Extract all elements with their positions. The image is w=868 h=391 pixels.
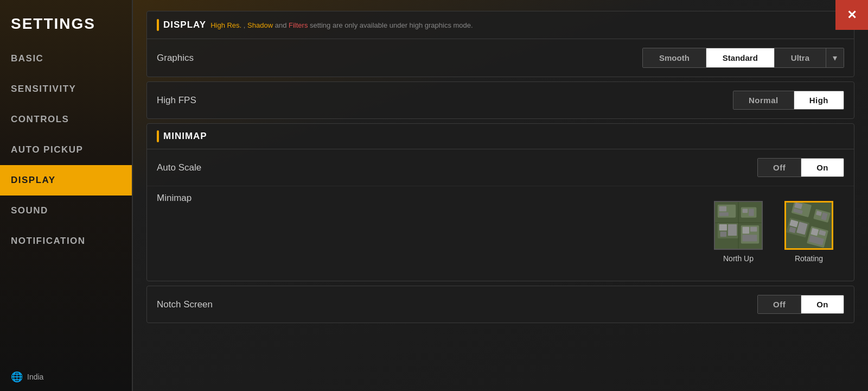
close-icon: ✕ xyxy=(847,8,857,22)
high-fps-normal-btn[interactable]: Normal xyxy=(733,91,794,109)
high-fps-row: High FPS Normal High xyxy=(147,82,854,118)
notch-screen-row: Notch Screen Off On xyxy=(147,286,854,323)
rotating-svg xyxy=(786,203,832,248)
auto-scale-on-btn[interactable]: On xyxy=(801,159,844,176)
close-button[interactable]: ✕ xyxy=(835,0,868,30)
display-title: DISPLAY xyxy=(163,20,206,30)
svg-rect-8 xyxy=(719,224,727,230)
minimap-rotating-label: Rotating xyxy=(795,254,823,263)
graphics-toggle-group: Smooth Standard Ultra ▾ xyxy=(642,48,844,68)
minimap-north-up-option[interactable]: North Up xyxy=(714,201,763,263)
sidebar-item-controls[interactable]: CONTROLS xyxy=(0,104,132,135)
graphics-ultra-btn[interactable]: Ultra xyxy=(774,48,826,67)
svg-rect-6 xyxy=(749,209,754,216)
graphics-label: Graphics xyxy=(157,53,194,64)
svg-rect-2 xyxy=(719,206,726,212)
subtitle-comma: , xyxy=(244,21,246,29)
minimap-section: MINIMAP Auto Scale Off On Minimap xyxy=(146,123,854,281)
subtitle-filters: Filters xyxy=(289,21,308,29)
notch-screen-label: Notch Screen xyxy=(157,299,213,310)
globe-icon: 🌐 xyxy=(11,371,23,383)
auto-scale-toggle-group: Off On xyxy=(757,158,844,177)
high-fps-high-btn[interactable]: High xyxy=(794,91,844,109)
svg-rect-9 xyxy=(728,224,737,236)
graphics-standard-btn[interactable]: Standard xyxy=(706,48,774,67)
svg-rect-12 xyxy=(743,227,749,234)
display-accent xyxy=(157,19,159,31)
region-label: India xyxy=(27,373,43,381)
svg-rect-13 xyxy=(750,227,757,232)
graphics-row: Graphics Smooth Standard Ultra ▾ xyxy=(147,39,854,77)
sidebar: SETTINGS BASIC SENSITIVITY CONTROLS AUTO… xyxy=(0,0,133,391)
sidebar-item-sensitivity[interactable]: SENSITIVITY xyxy=(0,74,132,104)
high-fps-label: High FPS xyxy=(157,95,196,106)
auto-scale-off-btn[interactable]: Off xyxy=(758,159,801,176)
high-fps-section: High FPS Normal High xyxy=(146,81,854,119)
sidebar-item-display[interactable]: DISPLAY xyxy=(0,165,132,195)
minimap-header: MINIMAP xyxy=(147,124,854,149)
sidebar-title: SETTINGS xyxy=(0,5,132,43)
subtitle-and: and xyxy=(275,21,287,29)
minimap-north-up-img xyxy=(714,201,763,250)
svg-rect-3 xyxy=(719,212,729,216)
sidebar-item-basic[interactable]: BASIC xyxy=(0,43,132,74)
display-subtitle: High Res. , Shadow and Filters setting a… xyxy=(210,21,473,29)
minimap-accent xyxy=(157,130,159,142)
subtitle-shadow: Shadow xyxy=(247,21,273,29)
notch-screen-off-btn[interactable]: Off xyxy=(758,295,801,313)
minimap-rotating-option[interactable]: Rotating xyxy=(784,201,833,263)
graphics-expand-btn[interactable]: ▾ xyxy=(826,48,844,67)
graphics-smooth-btn[interactable]: Smooth xyxy=(643,48,706,67)
minimap-north-up-label: North Up xyxy=(723,254,754,263)
notch-screen-section: Notch Screen Off On xyxy=(146,286,854,323)
subtitle-suffix: setting are only available under high gr… xyxy=(310,21,473,29)
high-fps-toggle-group: Normal High xyxy=(733,91,844,110)
display-header: DISPLAY High Res. , Shadow and Filters s… xyxy=(147,11,854,39)
minimap-images-row: North Up xyxy=(703,193,844,271)
minimap-label: Minimap xyxy=(157,193,192,204)
display-section: DISPLAY High Res. , Shadow and Filters s… xyxy=(146,11,854,77)
north-up-svg xyxy=(715,202,762,249)
minimap-title: MINIMAP xyxy=(163,131,207,142)
subtitle-highres: High Res. xyxy=(210,21,241,29)
svg-rect-5 xyxy=(743,209,748,213)
sidebar-item-notification[interactable]: NOTIFICATION xyxy=(0,226,132,256)
notch-screen-on-btn[interactable]: On xyxy=(801,295,844,313)
auto-scale-label: Auto Scale xyxy=(157,162,201,173)
svg-rect-14 xyxy=(743,235,757,241)
sidebar-item-sound[interactable]: SOUND xyxy=(0,195,132,226)
minimap-options-row: Minimap xyxy=(147,186,854,281)
minimap-rotating-img xyxy=(784,201,833,250)
sidebar-footer: 🌐 India xyxy=(0,363,132,391)
notch-screen-toggle-group: Off On xyxy=(757,295,844,314)
main-content: ✕ DISPLAY High Res. , Shadow and Filters… xyxy=(133,0,868,391)
svg-rect-10 xyxy=(720,231,726,237)
sidebar-item-auto-pickup[interactable]: AUTO PICKUP xyxy=(0,135,132,165)
auto-scale-row: Auto Scale Off On xyxy=(147,149,854,186)
